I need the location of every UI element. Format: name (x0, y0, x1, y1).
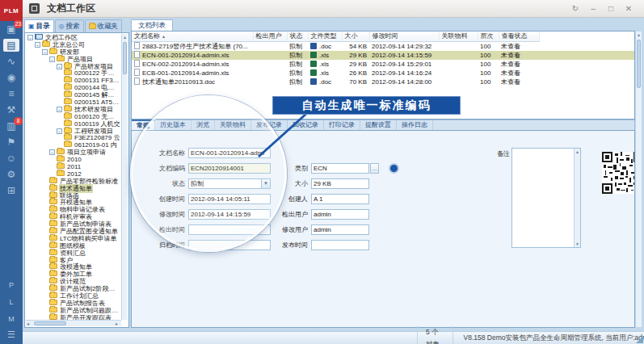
field-input[interactable]: 拟制 ▼ (188, 178, 271, 189)
expand-toggle-icon[interactable]: - (57, 128, 62, 134)
column-header[interactable]: 查看状态 (499, 31, 539, 41)
tree-vertical-scrollbar[interactable]: ▲ (121, 34, 128, 320)
field-input[interactable]: ▼ (188, 224, 271, 235)
expand-toggle-icon[interactable]: - (42, 49, 48, 55)
window-control-button[interactable]: □ (602, 2, 620, 15)
window-control-button[interactable]: – (584, 2, 602, 15)
column-header[interactable]: 文件类型 (308, 31, 342, 41)
nav-icon[interactable]: ▥ 8 (0, 118, 23, 134)
window-control-button[interactable]: ↻ (566, 2, 584, 15)
tree-node[interactable]: - 2010 (26, 156, 121, 163)
hamburger-menu-icon[interactable]: ☰ (0, 328, 23, 341)
scrollbar-thumb[interactable] (123, 42, 127, 74)
nav-icon[interactable]: ⚙ (0, 166, 23, 182)
table-row[interactable]: ECN-001-20120914-admin.xls 拟制 .xls 29 KB… (132, 51, 634, 60)
field-input[interactable]: admin (311, 224, 369, 235)
remarks-scrollbar[interactable]: ▲ ▼ (574, 149, 580, 247)
table-row[interactable]: 2883-2719暂停生产技术通知单 (70... 拟制 .doc 54 KB … (132, 41, 634, 51)
detail-tab[interactable]: 提醒设置 (360, 120, 397, 130)
tree-node[interactable]: - 0200122 手持式 (26, 69, 121, 77)
detail-tab[interactable]: 历史版本 (155, 120, 192, 130)
dropdown-arrow-icon[interactable]: ▼ (261, 179, 270, 188)
field-input[interactable]: 2012-09-14 14:05:11 ▼ (188, 194, 271, 204)
tree-node-icon (49, 307, 57, 313)
nav-icon[interactable]: ▣ 23 (0, 21, 23, 37)
cell-modified-time: 2012-09-14 15:29:01 (369, 60, 439, 69)
scroll-right-icon[interactable]: ► (115, 321, 121, 327)
expand-toggle-icon[interactable]: - (57, 64, 62, 69)
detail-tab[interactable]: 回收记录 (288, 120, 324, 130)
tree-node[interactable]: - 项目立项申请 (26, 149, 121, 156)
scroll-up-icon[interactable]: ▲ (575, 149, 580, 155)
tree-node[interactable]: - 资料汇总 (26, 250, 121, 257)
field-input[interactable]: ECN20120914001 ▼ (188, 163, 271, 174)
tree-node-icon (49, 292, 57, 298)
nav-icon[interactable]: ≡ (0, 86, 23, 102)
detail-tab[interactable]: 常规 (132, 120, 155, 130)
tree-node[interactable]: - 2011 (26, 163, 121, 170)
main-vertical-scrollbar[interactable]: ▲ (635, 31, 642, 328)
field-input[interactable] (311, 240, 369, 250)
detail-tab[interactable]: 关联物料 (215, 120, 251, 130)
nav-letter: L (0, 294, 23, 311)
scroll-up-icon[interactable]: ▲ (636, 31, 642, 38)
tree-node-icon (64, 134, 72, 140)
tree-node-icon (49, 263, 57, 269)
expand-toggle-icon[interactable]: - (35, 42, 40, 48)
scroll-left-icon[interactable]: ◄ (26, 321, 32, 327)
table-row[interactable]: 技术通知单20110913.doc 拟制 .doc 70 KB 2012-09-… (132, 78, 634, 86)
field-input[interactable]: ECN (311, 163, 369, 174)
field-input[interactable]: ECN-001-20120914-admi ▼ (188, 148, 271, 158)
scrollbar-thumb[interactable] (34, 321, 66, 325)
field-input[interactable]: 29 KB (311, 178, 369, 189)
scroll-down-icon[interactable]: ▼ (575, 241, 580, 247)
column-header[interactable]: 关联物料 (439, 31, 478, 41)
field-input[interactable]: 2012-09-14 14:15:59 ▼ (188, 209, 271, 220)
column-header[interactable]: 文档名称▲ (132, 31, 253, 41)
column-header[interactable]: 层次 (478, 31, 499, 41)
window-control-button[interactable]: ✕ (620, 2, 638, 15)
tree-horizontal-scrollbar[interactable]: ◄ ► (26, 320, 121, 326)
detail-tab[interactable]: 浏览 (192, 120, 215, 130)
remarks-textarea[interactable]: ▲ ▼ (511, 148, 581, 248)
tree-node[interactable]: - 0200145 解锁柜 (26, 91, 121, 99)
left-panel-tab[interactable]: 收藏夹 (85, 19, 123, 32)
cell-status: 拟制 (287, 60, 308, 69)
left-panel-tab[interactable]: ▣ 目录 (24, 19, 54, 32)
expand-toggle-icon[interactable]: - (57, 107, 62, 112)
tree-node[interactable]: - 新产品开发跟踪表 (26, 314, 121, 320)
column-header[interactable]: 大小 (342, 31, 369, 41)
form-row: 文档名称 ECN-001-20120914-admi ▼ … (137, 147, 369, 158)
table-row[interactable]: ECB-001-20120914-admin.xls 拟制 .xls 26 KB… (132, 69, 634, 78)
nav-icon[interactable]: ▤ (0, 37, 23, 53)
field-input[interactable]: admin (311, 209, 369, 220)
expand-toggle-icon[interactable]: - (49, 57, 55, 62)
nav-icon[interactable]: ☺ (0, 150, 23, 166)
detail-tab[interactable]: 发布记录 (251, 120, 288, 130)
resize-grip[interactable] (636, 336, 643, 343)
field-input[interactable]: ▼ (188, 240, 271, 250)
nav-icon[interactable]: ⚒ (0, 102, 23, 118)
tab-document-list[interactable]: 文档列表 (131, 19, 173, 31)
expand-toggle-icon[interactable]: - (49, 149, 55, 155)
scrollbar-thumb[interactable] (637, 40, 641, 88)
left-panel-tab[interactable]: ◎ 搜索 (55, 19, 84, 32)
column-header[interactable]: 检出用户 (253, 31, 287, 41)
nav-icon[interactable]: ⚑ (0, 134, 23, 150)
nav-icon[interactable]: ⊞ (0, 182, 23, 199)
detail-tab[interactable]: 打印记录 (324, 120, 360, 130)
browse-ellipsis-button[interactable]: … (370, 163, 379, 174)
column-header[interactable]: 修改时间 (369, 31, 439, 41)
detail-tab[interactable]: 操作日志 (397, 120, 433, 130)
field-label: 文档名称 (137, 149, 188, 157)
nav-icon[interactable]: ∿ (0, 53, 23, 69)
nav-icon[interactable]: ◉ (0, 69, 23, 86)
document-sheet-icon (134, 60, 140, 67)
expand-toggle-icon[interactable]: - (27, 35, 33, 40)
scroll-up-icon[interactable]: ▲ (122, 34, 128, 40)
column-header[interactable]: 状态 (287, 31, 308, 41)
field-input[interactable]: A 1 (311, 194, 369, 204)
table-row[interactable]: ECN-002-20120914-admin.xls 拟制 .xls 29 KB… (132, 60, 634, 69)
document-table: 文档名称▲检出用户状态文件类型大小修改时间关联物料层次查看状态 2883-271… (132, 31, 634, 86)
app-window: PLM ▣ 23 ▤ ∿ ◉ (0, 0, 644, 344)
